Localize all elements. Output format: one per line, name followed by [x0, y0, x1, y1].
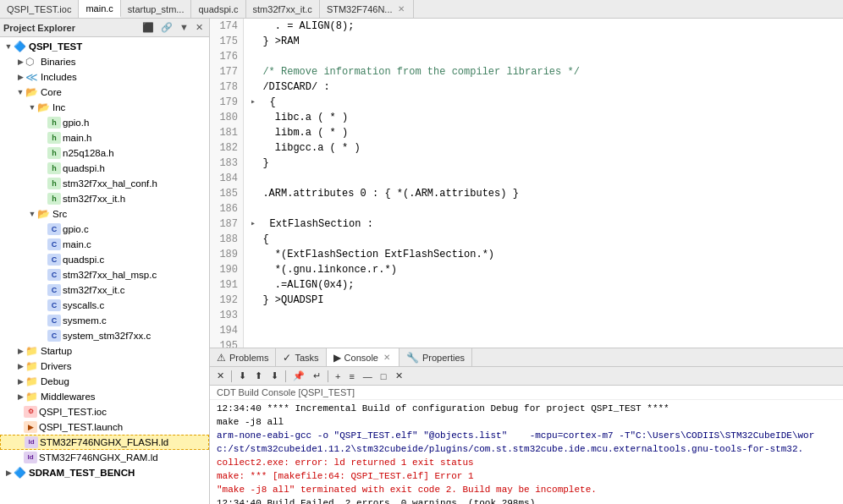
tree-item[interactable]: ▼🔷QSPI_TEST: [0, 39, 209, 54]
clear-console-icon[interactable]: ✕: [213, 370, 228, 382]
line-number: 186: [215, 201, 238, 216]
tree-item[interactable]: hgpio.h: [0, 115, 209, 130]
tree-expand-arrow[interactable]: ▼: [27, 103, 37, 112]
tab-qspi_test_ioc[interactable]: QSPI_TEST.ioc: [0, 0, 79, 18]
tab-quadspi_c[interactable]: quadspi.c: [191, 0, 245, 18]
tree-item-label: stm32f7xx_it.h: [63, 194, 125, 204]
tree-item[interactable]: ▼📂Src: [0, 206, 209, 222]
close-panel-icon[interactable]: ✕: [392, 370, 406, 382]
tree-item[interactable]: hn25q128a.h: [0, 145, 209, 161]
bottom-tab-icon: ⚠: [217, 352, 226, 364]
tree-expand-arrow[interactable]: ▼: [27, 210, 37, 218]
tree-item[interactable]: Cgpio.c: [0, 222, 209, 237]
tree-item[interactable]: ldSTM32F746NGHX_FLASH.ld: [0, 435, 209, 450]
tree-item[interactable]: ▶📁Debug: [0, 374, 209, 389]
bottom-tab-tasks[interactable]: ✓Tasks: [276, 348, 326, 366]
tree-item-label: quadspi.h: [63, 163, 105, 173]
tree-item[interactable]: hstm32f7xx_it.h: [0, 191, 209, 206]
tab-main_c[interactable]: main.c: [79, 0, 120, 18]
tree-expand-arrow[interactable]: ▶: [15, 58, 25, 66]
line-number: 193: [215, 308, 238, 323]
tab-startup_stm[interactable]: startup_stm...: [121, 0, 192, 18]
tree-expand-arrow[interactable]: ▶: [15, 73, 25, 81]
tree-indent: [0, 239, 39, 249]
bottom-tab-label: Tasks: [295, 353, 318, 363]
word-wrap-icon[interactable]: ↵: [310, 370, 324, 382]
bottom-tab-problems[interactable]: ⚠Problems: [210, 348, 276, 366]
link-with-editor-icon[interactable]: 🔗: [158, 21, 175, 34]
bottom-tab-icon: ▶: [333, 352, 341, 364]
tree-item-icon: ld: [24, 452, 37, 463]
tree-item-icon: 🔷: [14, 41, 27, 52]
tree-item-icon: h: [47, 132, 61, 144]
collapse-all-icon[interactable]: ⬛: [140, 21, 157, 34]
tree-item[interactable]: ▶📁Middlewares: [0, 389, 209, 404]
code-text: . = ALIGN(8);: [251, 19, 354, 34]
code-line: . = ALIGN(8);: [251, 19, 836, 34]
tree-expand-arrow[interactable]: ▶: [3, 468, 14, 477]
tree-item[interactable]: Cstm32f7xx_hal_msp.c: [0, 267, 209, 282]
tree-item[interactable]: ▼📂Core: [0, 85, 209, 100]
line-number: 180: [215, 110, 238, 125]
tree-item-icon: C: [47, 330, 61, 342]
tree-item[interactable]: ▼📂Inc: [0, 100, 209, 115]
tab-close-icon[interactable]: ✕: [396, 3, 406, 14]
view-menu-icon[interactable]: ▼: [177, 21, 191, 34]
display-selected-icon[interactable]: ≡: [345, 370, 357, 382]
code-content[interactable]: . = ALIGN(8); } >RAM /* Remove informati…: [244, 19, 843, 348]
tree-expand-arrow[interactable]: ▶: [15, 377, 25, 386]
tab-stm32f7xx_itc[interactable]: stm32f7xx_it.c: [246, 0, 320, 18]
tree-item[interactable]: Csysmem.c: [0, 313, 209, 328]
tree-item[interactable]: ldSTM32F746NGHX_RAM.ld: [0, 450, 209, 465]
line-number: 192: [215, 293, 238, 308]
tree-item[interactable]: ▶≪Includes: [0, 69, 209, 85]
tree-item[interactable]: hstm32f7xx_hal_conf.h: [0, 176, 209, 191]
new-console-icon[interactable]: +: [332, 370, 344, 382]
tab-stm32f746[interactable]: STM32F746N...✕: [320, 0, 414, 18]
tree-item[interactable]: ▶📁Drivers: [0, 359, 209, 374]
bottom-tab-properties[interactable]: 🔧Properties: [399, 348, 472, 366]
fold-icon[interactable]: ▸: [251, 95, 256, 110]
tree-item[interactable]: ⚙QSPI_TEST.ioc: [0, 404, 209, 419]
scroll-up-icon[interactable]: ⬆: [251, 370, 266, 382]
tree-expand-arrow[interactable]: ▶: [15, 392, 25, 401]
tree-item[interactable]: ▶QSPI_TEST.launch: [0, 419, 209, 435]
minimize-icon[interactable]: —: [360, 370, 376, 382]
tree-indent: [0, 148, 39, 158]
tree-item[interactable]: Csystem_stm32f7xx.c: [0, 328, 209, 343]
tree-item[interactable]: Cquadspi.c: [0, 252, 209, 267]
bottom-tab-console[interactable]: ▶Console✕: [327, 348, 399, 366]
tree-item[interactable]: ▶📁Startup: [0, 343, 209, 359]
tree-expand-arrow[interactable]: ▶: [15, 362, 25, 370]
fold-icon[interactable]: ▸: [251, 216, 256, 232]
scroll-down-icon[interactable]: ⬇: [267, 370, 282, 382]
tree-expand-arrow[interactable]: ▼: [3, 42, 14, 51]
tree-item-label: quadspi.c: [63, 255, 104, 265]
tree-item[interactable]: Cstm32f7xx_it.c: [0, 282, 209, 298]
tree-item-label: Includes: [41, 72, 77, 82]
tree-expand-arrow[interactable]: ▶: [15, 347, 25, 355]
code-line: /DISCARD/ :: [251, 79, 836, 95]
maximize-icon[interactable]: □: [377, 370, 390, 382]
tree-item-icon: h: [47, 178, 61, 189]
console-output[interactable]: 12:34:40 **** Incremental Build of confi…: [210, 400, 843, 504]
code-line: *(ExtFlashSection ExtFlashSection.*): [251, 247, 836, 262]
sidebar-icons: ⬛ 🔗 ▼ ✕: [140, 21, 206, 34]
tree-item[interactable]: hquadspi.h: [0, 161, 209, 176]
tree-item[interactable]: Cmain.c: [0, 237, 209, 252]
tab-label: startup_stm...: [128, 4, 185, 14]
tree-item[interactable]: ▶🔷SDRAM_TEST_BENCH: [0, 465, 209, 480]
tree-item-icon: h: [47, 147, 61, 159]
close-sidebar-icon[interactable]: ✕: [193, 21, 206, 34]
tree-item[interactable]: ▶⬡Binaries: [0, 54, 209, 69]
tree-item[interactable]: hmain.h: [0, 130, 209, 145]
scroll-lock-icon[interactable]: ⬇: [235, 370, 250, 382]
bottom-tab-close-icon[interactable]: ✕: [382, 352, 392, 363]
tree-item[interactable]: Csyscalls.c: [0, 298, 209, 313]
tree-item-icon: C: [47, 284, 61, 296]
line-number: 184: [215, 171, 238, 186]
pin-icon[interactable]: 📌: [289, 370, 308, 382]
tree-expand-arrow[interactable]: ▼: [15, 88, 25, 96]
tree-item-icon: C: [47, 223, 61, 235]
code-line: [251, 308, 836, 323]
